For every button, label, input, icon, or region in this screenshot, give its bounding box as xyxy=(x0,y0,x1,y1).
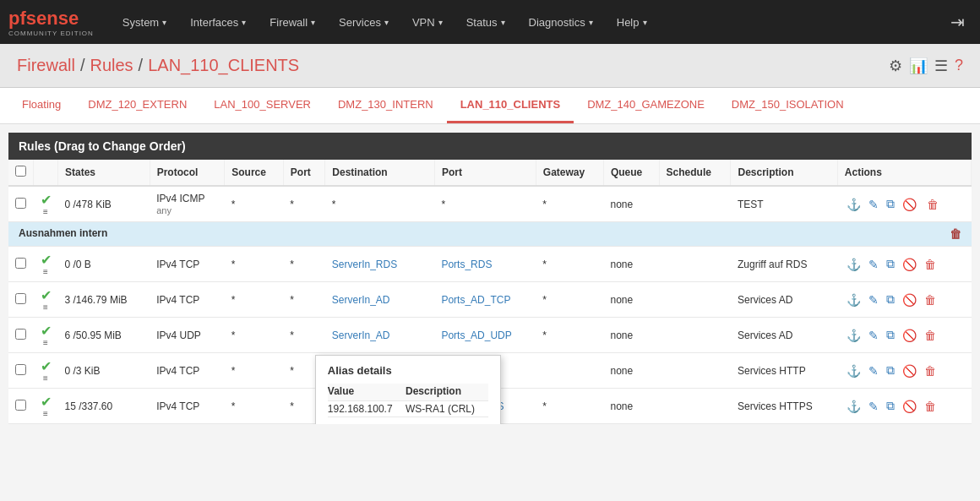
row-checkbox xyxy=(8,353,34,389)
nav-diagnostics[interactable]: Diagnostics ▾ xyxy=(517,0,605,44)
action-edit-icon[interactable]: ✎ xyxy=(866,327,881,344)
nav-firewall[interactable]: Firewall ▾ xyxy=(258,0,327,44)
action-copy-icon[interactable]: ⧉ xyxy=(884,195,897,213)
action-copy-icon[interactable]: ⧉ xyxy=(884,255,897,273)
action-disable-icon[interactable]: 🚫 xyxy=(900,362,919,379)
row-protocol: IPv4 TCP xyxy=(150,282,225,318)
row-select[interactable] xyxy=(15,364,26,375)
row-queue: none xyxy=(603,353,659,389)
action-disable-icon[interactable]: 🚫 xyxy=(900,256,919,273)
action-delete-icon[interactable]: 🗑 xyxy=(922,398,939,415)
breadcrumb-rules[interactable]: Rules xyxy=(90,56,133,75)
tab-lan100[interactable]: LAN_100_SERVER xyxy=(200,88,324,123)
tab-dmz120[interactable]: DMZ_120_EXTERN xyxy=(74,88,200,123)
chevron-down-icon: ▾ xyxy=(242,18,246,27)
row-source: * xyxy=(225,247,284,282)
logout-icon[interactable]: ⇥ xyxy=(944,12,972,32)
tooltip-table: Value Description 192.168.100.7 WS-RA1 (… xyxy=(328,384,488,417)
row-select[interactable] xyxy=(15,198,26,209)
action-copy-icon[interactable]: ⧉ xyxy=(884,397,897,415)
breadcrumb-firewall[interactable]: Firewall xyxy=(17,56,75,75)
row-protocol: IPv4 TCP xyxy=(150,389,225,424)
actions-group: ⚓ ✎ ⧉ 🚫 🗑 xyxy=(844,326,964,344)
nav-interfaces[interactable]: Interfaces ▾ xyxy=(178,0,258,44)
action-move-icon[interactable]: ⚓ xyxy=(844,327,863,344)
nav-menu: System ▾ Interfaces ▾ Firewall ▾ Service… xyxy=(111,0,944,44)
action-copy-icon[interactable]: ⧉ xyxy=(884,326,897,344)
action-disable-icon[interactable]: 🚫 xyxy=(900,398,919,415)
rule-stack-icon: ≡ xyxy=(43,208,48,216)
action-move-icon[interactable]: ⚓ xyxy=(844,291,863,308)
port-alias-link[interactable]: Ports_AD_TCP xyxy=(441,294,510,306)
row-port-dst: Ports_AD_UDP xyxy=(434,318,536,353)
row-destination: ServerIn_RDS xyxy=(325,247,435,282)
action-edit-icon[interactable]: ✎ xyxy=(866,398,881,415)
destination-alias-link[interactable]: ServerIn_AD xyxy=(332,329,390,341)
row-states: 6 /50.95 MiB xyxy=(58,318,150,353)
row-port-src: * xyxy=(283,186,324,222)
list-icon[interactable]: ☰ xyxy=(934,57,948,75)
row-drag: ✔ ≡ xyxy=(34,282,58,318)
row-select[interactable] xyxy=(15,329,26,340)
rule-enabled-icon: ✔ xyxy=(41,394,52,410)
tab-dmz130[interactable]: DMZ_130_INTERN xyxy=(324,88,447,123)
separator-cell: Ausnahmen intern 🗑 xyxy=(8,222,972,247)
filter-icon[interactable]: ⚙ xyxy=(889,57,902,75)
action-copy-icon[interactable]: ⧉ xyxy=(884,291,897,308)
action-delete-icon[interactable]: 🗑 xyxy=(922,327,939,344)
action-delete-icon[interactable]: 🗑 xyxy=(922,256,939,273)
action-delete-icon[interactable]: 🗑 xyxy=(922,291,939,308)
action-disable-icon[interactable]: 🚫 xyxy=(900,327,919,344)
action-move-icon[interactable]: ⚓ xyxy=(844,196,863,213)
row-source: * xyxy=(225,186,284,222)
select-all-checkbox[interactable] xyxy=(15,166,26,177)
row-checkbox xyxy=(8,247,34,282)
chevron-down-icon: ▾ xyxy=(589,18,593,27)
help-icon[interactable]: ? xyxy=(955,57,963,74)
nav-status[interactable]: Status ▾ xyxy=(455,0,517,44)
tab-lan110[interactable]: LAN_110_CLIENTS xyxy=(447,88,574,123)
rule-enabled-icon: ✔ xyxy=(41,358,52,374)
row-select[interactable] xyxy=(15,400,26,411)
action-edit-icon[interactable]: ✎ xyxy=(866,362,881,379)
row-schedule xyxy=(659,247,731,282)
action-delete-icon[interactable]: 🗑 xyxy=(924,196,941,213)
action-disable-icon[interactable]: 🚫 xyxy=(900,196,919,213)
action-copy-icon[interactable]: ⧉ xyxy=(884,362,897,379)
row-gateway xyxy=(536,353,603,389)
row-destination: ServerIn_AD Alias details Value Descript… xyxy=(325,318,435,353)
row-port-dst: * xyxy=(434,186,536,222)
chart-icon[interactable]: 📊 xyxy=(909,57,928,75)
separator-delete-icon[interactable]: 🗑 xyxy=(950,227,961,241)
destination-alias-link[interactable]: ServerIn_AD xyxy=(332,294,390,306)
rule-stack-icon: ≡ xyxy=(43,339,48,347)
action-disable-icon[interactable]: 🚫 xyxy=(900,291,919,308)
row-select[interactable] xyxy=(15,293,26,304)
logo-pf: pf xyxy=(8,8,26,29)
action-edit-icon[interactable]: ✎ xyxy=(866,196,881,213)
destination-alias-link[interactable]: ServerIn_RDS xyxy=(332,259,397,270)
action-delete-icon[interactable]: 🗑 xyxy=(922,362,939,379)
row-schedule xyxy=(659,186,731,222)
nav-help[interactable]: Help ▾ xyxy=(605,0,659,44)
logo-sub: COMMUNITY EDITION xyxy=(8,30,94,37)
tab-floating[interactable]: Floating xyxy=(8,88,74,123)
action-move-icon[interactable]: ⚓ xyxy=(844,256,863,273)
tab-dmz140[interactable]: DMZ_140_GAMEZONE xyxy=(574,88,718,123)
action-move-icon[interactable]: ⚓ xyxy=(844,362,863,379)
nav-system[interactable]: System ▾ xyxy=(111,0,178,44)
row-description: Services AD xyxy=(731,282,837,318)
port-alias-link[interactable]: Ports_RDS xyxy=(441,259,492,270)
port-alias-link[interactable]: Ports_AD_UDP xyxy=(441,329,511,341)
nav-vpn[interactable]: VPN ▾ xyxy=(400,0,455,44)
tab-dmz150[interactable]: DMZ_150_ISOLATION xyxy=(718,88,858,123)
row-queue: none xyxy=(603,318,659,353)
nav-services[interactable]: Services ▾ xyxy=(327,0,400,44)
action-edit-icon[interactable]: ✎ xyxy=(866,291,881,308)
chevron-down-icon: ▾ xyxy=(438,18,443,27)
row-select[interactable] xyxy=(15,258,26,269)
chevron-down-icon: ▾ xyxy=(162,18,166,27)
action-move-icon[interactable]: ⚓ xyxy=(844,398,863,415)
row-gateway: * xyxy=(536,186,603,222)
action-edit-icon[interactable]: ✎ xyxy=(866,256,881,273)
